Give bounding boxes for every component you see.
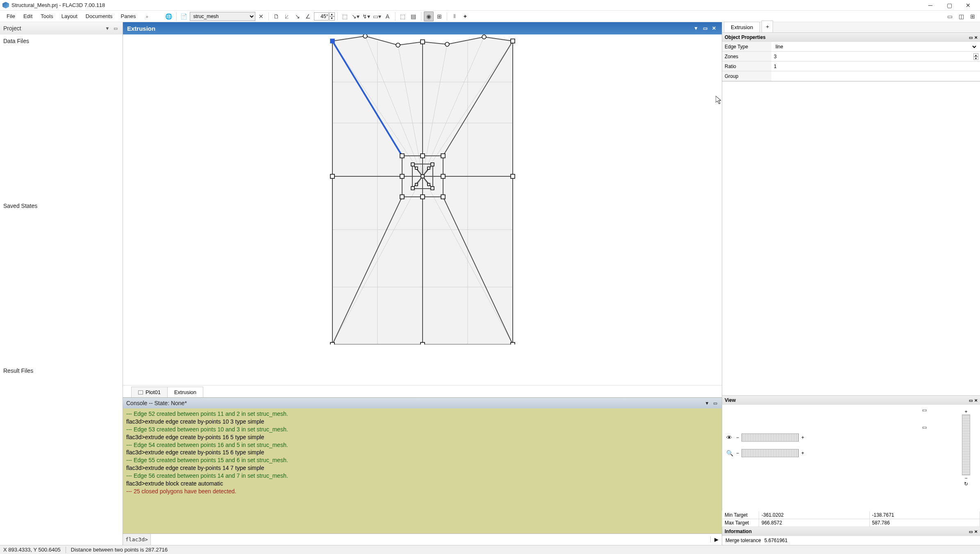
menu-overflow[interactable]: » xyxy=(142,12,151,21)
maximize-button[interactable]: ▢ xyxy=(940,0,959,11)
plot-icon xyxy=(138,390,143,394)
text-tool-icon[interactable]: A xyxy=(383,11,393,21)
tab-extrusion[interactable]: Extrusion xyxy=(167,387,203,397)
datafiles-section: Data Files xyxy=(3,38,119,44)
extrusion-canvas[interactable] xyxy=(123,34,722,385)
view-b-icon[interactable]: ▤ xyxy=(409,11,418,21)
project-pane-title: Project xyxy=(3,25,21,32)
console-dropdown-icon[interactable]: ▼ xyxy=(704,400,710,406)
max-target-x[interactable]: 966.8572 xyxy=(759,519,870,527)
hslider1-minus[interactable]: − xyxy=(736,435,739,440)
menu-panes[interactable]: Panes xyxy=(117,11,140,21)
svg-rect-34 xyxy=(330,39,334,43)
right-tab-extrusion[interactable]: Extrusion xyxy=(724,22,760,32)
center-close-icon[interactable]: ✕ xyxy=(710,25,718,32)
view-d-icon[interactable]: ⊞ xyxy=(434,11,444,21)
view-f-icon[interactable]: ✦ xyxy=(460,11,470,21)
menu-file[interactable]: File xyxy=(2,11,19,21)
vslider-minus[interactable]: − xyxy=(964,475,967,481)
right-tab-add[interactable]: ＋ xyxy=(762,21,773,32)
rect-tool-icon[interactable]: ▭▾ xyxy=(372,11,382,21)
view-min-icon[interactable]: ▭ xyxy=(969,398,973,403)
menu-documents[interactable]: Documents xyxy=(82,11,117,21)
op-close-icon[interactable]: ✕ xyxy=(974,35,978,40)
horizontal-slider-2[interactable] xyxy=(741,449,799,457)
svg-rect-41 xyxy=(330,174,334,178)
node-tool-icon[interactable]: ⟀ xyxy=(282,11,292,21)
tab-plot01[interactable]: Plot01 xyxy=(131,387,168,397)
console-title: Console -- State: None* xyxy=(126,400,187,406)
op-min-icon[interactable]: ▭ xyxy=(969,35,973,40)
console-input[interactable] xyxy=(151,536,710,543)
pane-layout-a-icon[interactable]: ▭ xyxy=(945,11,955,21)
angle-spinner[interactable]: ▲▼ xyxy=(329,12,335,21)
object-properties-header: Object Properties ▭✕ xyxy=(722,33,980,42)
pane-layout-b-icon[interactable]: ◫ xyxy=(956,11,966,21)
svg-rect-46 xyxy=(400,154,404,158)
view-e-icon[interactable]: ⫴ xyxy=(450,11,459,21)
app-icon xyxy=(2,2,9,9)
set-select[interactable]: struc_mesh xyxy=(190,12,255,21)
center-min-icon[interactable]: ▭ xyxy=(701,25,709,32)
pane-layout-c-icon[interactable]: ⊞ xyxy=(968,11,978,21)
minimize-button[interactable]: ─ xyxy=(921,0,940,11)
view-header: View ▭✕ xyxy=(722,396,980,405)
console-line: flac3d>extrude edge create by-points 14 … xyxy=(126,464,719,472)
doc-icon[interactable]: 📄 xyxy=(179,11,189,21)
info-close-icon[interactable]: ✕ xyxy=(974,529,978,534)
angle-tool-icon[interactable]: ∠ xyxy=(303,11,313,21)
clear-set-icon[interactable]: ✕ xyxy=(256,11,266,21)
close-button[interactable]: ✕ xyxy=(959,0,978,11)
svg-point-38 xyxy=(445,42,449,46)
polyline-tool-icon[interactable]: ↯▾ xyxy=(362,11,371,21)
selection-tool-icon[interactable]: ⬚ xyxy=(340,11,350,21)
line-tool-icon[interactable]: ↘▾ xyxy=(351,11,361,21)
menu-edit[interactable]: Edit xyxy=(19,11,36,21)
console-output[interactable]: --- Edge 52 created between points 11 an… xyxy=(123,408,722,533)
prop-val-ratio[interactable]: 1 xyxy=(771,62,980,71)
hslider2-plus[interactable]: + xyxy=(801,450,804,456)
center-dropdown-icon[interactable]: ▼ xyxy=(692,25,700,32)
information-header: Information ▭✕ xyxy=(722,527,980,536)
view-close-icon[interactable]: ✕ xyxy=(974,398,978,403)
vertical-slider[interactable] xyxy=(962,415,970,475)
prop-val-zones[interactable]: 3▲▼ xyxy=(771,52,980,62)
menu-tools[interactable]: Tools xyxy=(36,11,57,21)
info-min-icon[interactable]: ▭ xyxy=(969,529,973,534)
console-min-icon[interactable]: ▭ xyxy=(712,400,719,406)
console-line: flac3d>extrude edge create by-points 10 … xyxy=(126,418,719,426)
prop-key-edgetype: Edge Type xyxy=(722,42,771,52)
project-pane-header: Project ▼ ▭ xyxy=(0,22,123,34)
svg-rect-44 xyxy=(421,342,425,344)
globe-icon[interactable]: 🌐 xyxy=(164,11,174,21)
project-dropdown-icon[interactable]: ▼ xyxy=(104,25,111,32)
prop-val-group[interactable] xyxy=(771,71,980,81)
hslider1-plus[interactable]: + xyxy=(801,435,804,440)
console-run-button[interactable]: ▶ xyxy=(710,536,722,543)
console-prompt: flac3d> xyxy=(123,534,151,545)
min-target-y[interactable]: -138.7671 xyxy=(869,511,980,519)
svg-rect-57 xyxy=(431,187,434,190)
angle-input[interactable] xyxy=(314,12,329,21)
vslider-plus[interactable]: + xyxy=(964,409,967,415)
project-min-icon[interactable]: ▭ xyxy=(112,25,119,32)
svg-rect-43 xyxy=(330,342,334,344)
status-distance: Distance between two points is 287.2716 xyxy=(71,547,168,553)
view-reset-icon[interactable]: ▭ xyxy=(922,407,927,413)
view-a-icon[interactable]: ⬚ xyxy=(398,11,408,21)
status-coords: X 893.4333, Y 500.6405 xyxy=(3,547,61,553)
prop-val-edgetype[interactable]: line xyxy=(771,42,980,52)
edge-tool-icon[interactable]: ↘ xyxy=(293,11,302,21)
view-c-icon[interactable]: ◉ xyxy=(424,11,434,21)
new-page-icon[interactable]: 🗋 xyxy=(271,11,281,21)
max-target-y[interactable]: 587.786 xyxy=(869,519,980,527)
svg-rect-55 xyxy=(431,163,434,166)
hslider2-minus[interactable]: − xyxy=(736,450,739,456)
min-target-x[interactable]: -361.0202 xyxy=(759,511,870,519)
horizontal-slider-1[interactable] xyxy=(741,433,799,442)
menu-layout[interactable]: Layout xyxy=(57,11,82,21)
svg-rect-42 xyxy=(511,174,515,178)
rotate-icon[interactable]: ↻ xyxy=(964,481,968,487)
merge-tolerance-label: Merge tolerance xyxy=(725,538,761,543)
view-fit-icon[interactable]: ▭ xyxy=(922,424,927,430)
